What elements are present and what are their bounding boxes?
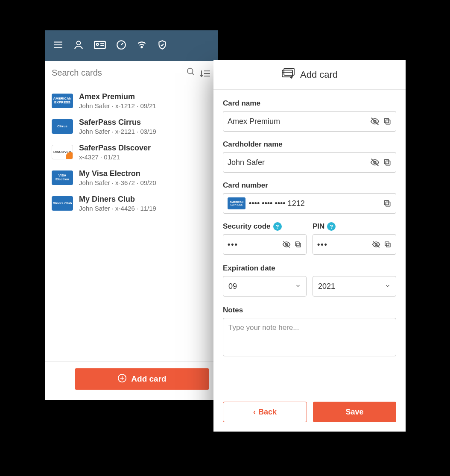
eye-off-icon[interactable] [370,117,380,126]
eye-off-icon[interactable] [282,240,291,249]
svg-rect-31 [384,159,389,164]
card-item[interactable]: CirrusSaferPass CirrusJohn Safer · x-212… [45,114,218,139]
svg-rect-32 [386,202,390,206]
plus-circle-icon [117,373,127,385]
wifi-icon[interactable] [136,39,147,52]
chevron-down-icon [295,282,301,291]
save-button[interactable]: Save [313,402,396,422]
security-code-value: ••• [228,240,279,249]
card-brand-icon: Cirrus [52,119,73,134]
copy-icon[interactable] [294,241,302,248]
cardholder-label: Cardholder name [223,140,396,149]
card-brand-icon: VISA Electron [52,170,73,185]
cardholder-input[interactable] [228,158,367,167]
card-name-field[interactable] [223,111,396,132]
card-brand-icon: AMERICAN EXPRESS [228,197,245,209]
back-button-label: Back [258,408,277,417]
search-icon[interactable] [186,67,196,78]
profile-icon[interactable] [73,39,84,52]
notes-textarea[interactable]: Type your note here... [223,318,396,356]
svg-rect-41 [385,242,389,246]
svg-rect-37 [295,242,299,246]
card-item[interactable]: AMERICAN EXPRESSAmex PremiumJohn Safer ·… [45,88,218,114]
svg-point-5 [96,44,99,46]
search-row [45,61,218,84]
card-item[interactable]: VISA ElectronMy Visa ElectronJohn Safer … [45,165,218,191]
svg-rect-36 [297,243,301,247]
pin-value: ••• [317,240,368,249]
card-item-title: SaferPass Discover [79,144,151,153]
svg-line-11 [192,73,194,75]
svg-point-9 [141,47,142,48]
help-icon[interactable]: ? [327,222,336,231]
card-name-label: Card name [223,99,396,108]
card-item-subtitle: John Safer · x-1212 · 09/21 [79,102,156,109]
form-footer: ‹ Back Save [213,395,406,432]
cards-list-panel: AMERICAN EXPRESSAmex PremiumJohn Safer ·… [45,30,218,400]
svg-point-10 [187,68,193,74]
svg-rect-26 [386,120,390,124]
pin-field[interactable]: ••• [313,234,396,255]
exp-month-select[interactable]: 09 [223,276,307,297]
form-header-title: Add card [300,69,338,80]
search-wrap [52,67,196,81]
id-card-icon[interactable] [94,39,106,52]
exp-year-select[interactable]: 2021 [313,276,396,297]
form-header: Add card [213,60,406,90]
card-item-subtitle: John Safer · x-2121 · 03/19 [79,128,156,135]
card-item[interactable]: Diners ClubMy Diners ClubJohn Safer · x-… [45,191,218,216]
back-button[interactable]: ‹ Back [223,402,307,422]
card-name-input[interactable] [228,117,367,126]
card-list: AMERICAN EXPRESSAmex PremiumJohn Safer ·… [45,84,218,361]
card-item-subtitle: John Safer · x-4426 · 11/19 [79,205,156,212]
svg-rect-33 [384,200,389,205]
form-body: Card name Cardholder name Card number AM… [213,90,406,395]
card-brand-icon: Diners Club [52,196,73,211]
card-item-title: My Visa Electron [79,169,156,178]
card-brand-icon: AMERICAN EXPRESS [52,94,73,108]
svg-rect-27 [384,118,389,123]
copy-icon[interactable] [384,241,392,248]
shield-icon[interactable] [157,39,168,52]
card-brand-icon: DISCOVER [52,145,73,159]
add-card-header-icon [281,68,295,82]
chevron-down-icon [385,282,391,291]
security-code-field[interactable]: ••• [223,234,307,255]
card-item-title: Amex Premium [79,92,156,101]
copy-icon[interactable] [383,199,392,208]
exp-year-value: 2021 [318,282,335,291]
bottom-bar: Add card [45,361,218,400]
add-card-button-label: Add card [131,374,166,384]
security-code-label: Security code ? [223,222,307,231]
copy-icon[interactable] [383,117,392,126]
card-item-title: SaferPass Cirrus [79,118,156,127]
expiration-label: Expiration date [223,264,396,273]
eye-off-icon[interactable] [372,240,380,249]
menu-icon[interactable] [53,39,64,52]
add-card-panel: Add card Card name Cardholder name Card … [213,60,406,432]
svg-point-3 [77,41,81,45]
eye-off-icon[interactable] [370,158,380,167]
sort-icon[interactable] [200,69,211,80]
copy-icon[interactable] [383,158,392,167]
topbar [45,30,218,61]
add-card-button[interactable]: Add card [75,368,209,390]
card-number-label: Card number [223,181,396,190]
card-item-title: My Diners Club [79,195,156,204]
chevron-left-icon: ‹ [253,408,256,417]
card-number-value: •••• •••• •••• 1212 [249,199,380,208]
cardholder-field[interactable] [223,152,396,173]
pin-label: PIN ? [313,222,396,231]
gauge-icon[interactable] [116,39,127,52]
card-item-subtitle: John Safer · x-3672 · 09/20 [79,179,156,186]
help-icon[interactable]: ? [273,222,282,231]
notes-label: Notes [223,306,396,314]
svg-rect-30 [386,161,390,165]
search-input[interactable] [52,68,186,78]
exp-month-value: 09 [228,282,237,291]
card-number-field[interactable]: AMERICAN EXPRESS •••• •••• •••• 1212 [223,193,396,214]
card-item-subtitle: x-4327 · 01/21 [79,153,151,161]
svg-rect-40 [386,243,390,247]
save-button-label: Save [345,408,363,416]
card-item[interactable]: DISCOVERSaferPass Discoverx-4327 · 01/21 [45,139,218,165]
